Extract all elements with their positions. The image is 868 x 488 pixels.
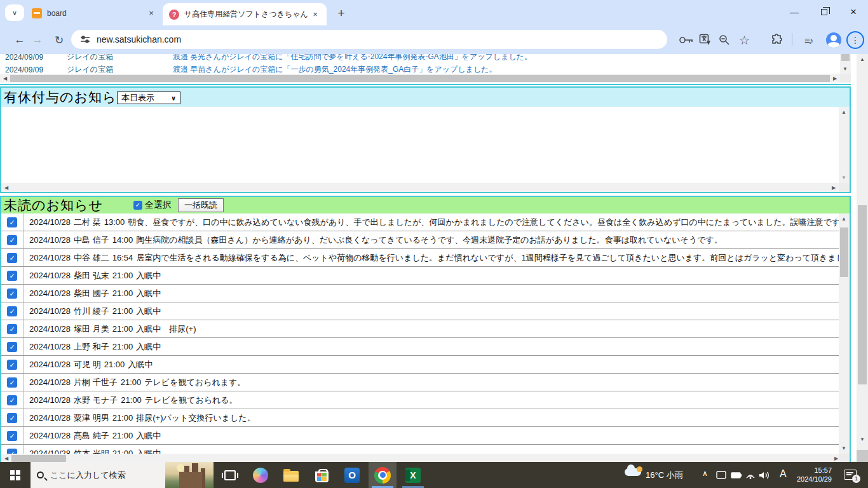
- scrollbar-thumb[interactable]: [841, 54, 850, 61]
- row-checkbox[interactable]: ✓: [7, 431, 17, 441]
- list-item[interactable]: ✓2024/10/28柴田 國子21:00入眠中: [1, 285, 841, 302]
- list-item[interactable]: ✓2024/10/28片桐 千世子21:00テレビを観ておられます。: [1, 374, 841, 391]
- outlook-button[interactable]: O: [338, 462, 366, 488]
- taskbar-search-box[interactable]: ここに入力して検索: [31, 462, 214, 488]
- excel-button[interactable]: X: [399, 462, 427, 488]
- checkbox-cell: ✓: [1, 391, 24, 409]
- notice-category: ジレイの宝箱: [67, 54, 173, 62]
- new-tab-button[interactable]: +: [333, 5, 349, 22]
- notice-text: 2024/10/28二村 栞13:00朝食、昼食ですが、口の中に飲み込めていない…: [24, 214, 841, 231]
- row-checkbox[interactable]: ✓: [7, 217, 17, 227]
- bookmark-star-icon[interactable]: ☆: [739, 32, 750, 47]
- row-checkbox[interactable]: ✓: [7, 253, 17, 263]
- row-checkbox[interactable]: ✓: [7, 360, 17, 370]
- profile-avatar[interactable]: [826, 32, 841, 48]
- weather-text[interactable]: 16°C 小雨: [646, 470, 683, 481]
- address-bar[interactable]: new.satsukichan.com: [71, 30, 667, 49]
- scroll-down-icon[interactable]: ▼: [839, 445, 849, 451]
- close-tab-icon[interactable]: ×: [146, 8, 156, 18]
- search-highlight-image[interactable]: [165, 462, 214, 488]
- tab-satsukichan[interactable]: ? サ高住専用経営ソフトさつきちゃん ×: [163, 3, 327, 25]
- inner-horizontal-scrollbar[interactable]: ◀ ▶: [1, 454, 841, 462]
- row-checkbox[interactable]: ✓: [7, 288, 17, 299]
- help-favicon-icon: ?: [169, 10, 179, 20]
- file-explorer-button[interactable]: [277, 462, 305, 488]
- row-checkbox[interactable]: ✓: [7, 271, 17, 281]
- list-item[interactable]: ✓2024/10/28塚田 月美21:00入眠中 排尿(+): [1, 320, 841, 338]
- site-settings-icon[interactable]: [80, 35, 90, 44]
- list-item[interactable]: ✓2024/10/28中島 信子14:00陶生病院の相談員（森田さん）から連絡が…: [1, 231, 841, 249]
- chrome-button[interactable]: [369, 462, 397, 488]
- scroll-down-icon[interactable]: ▼: [857, 437, 868, 442]
- list-item[interactable]: ✓2024/10/28髙島 純子21:00入眠中: [1, 427, 841, 445]
- restore-button[interactable]: [810, 0, 839, 24]
- ime-mode-indicator[interactable]: A: [780, 468, 787, 480]
- media-controls-icon[interactable]: ≡♪: [804, 34, 812, 45]
- list-item[interactable]: 2024/09/09 ジレイの宝箱 渡邉 英光さんがジレイの宝箱に「住宅訪問で夢…: [0, 54, 532, 63]
- inner-horizontal-scrollbar[interactable]: ◀ ▶: [0, 74, 840, 83]
- scroll-up-icon[interactable]: ▲: [857, 57, 868, 62]
- select-all-checkbox[interactable]: ✓: [133, 201, 142, 210]
- notice-text: 2024/10/28可児 明21:00入眠中: [24, 356, 156, 373]
- list-item[interactable]: ✓2024/10/28上野 和子21:00入眠中: [1, 338, 841, 356]
- scroll-down-icon[interactable]: ▼: [840, 66, 850, 72]
- scroll-up-icon[interactable]: ▲: [839, 109, 849, 115]
- inner-horizontal-scrollbar[interactable]: ◀ ▶: [1, 183, 839, 192]
- scroll-left-icon[interactable]: ◀: [1, 185, 11, 191]
- tab-board[interactable]: board ×: [27, 4, 161, 22]
- list-item[interactable]: ✓2024/10/28水野 モナ子21:00テレビを観ておられる。: [1, 391, 841, 409]
- reload-button[interactable]: ↻: [50, 33, 68, 46]
- scrollbar-thumb[interactable]: [11, 455, 66, 462]
- notice-link[interactable]: 渡邉 英光さんがジレイの宝箱に「住宅訪問で夢を叶える-2024年事例発表-GA池…: [173, 54, 532, 62]
- password-manager-icon[interactable]: [679, 36, 694, 44]
- tray-expand-chevron[interactable]: ∧: [702, 469, 708, 478]
- browser-menu-button[interactable]: ⋮: [846, 31, 864, 49]
- notice-text: 2024/10/28髙島 純子21:00入眠中: [24, 427, 164, 444]
- list-item[interactable]: ✓2024/10/28柴田 弘末21:00入眠中: [1, 267, 841, 285]
- scrollbar-thumb[interactable]: [10, 75, 830, 82]
- start-button[interactable]: [0, 462, 31, 488]
- scroll-right-icon[interactable]: ▶: [829, 185, 839, 191]
- scrollbar-thumb[interactable]: [858, 205, 867, 384]
- task-view-button[interactable]: [216, 462, 244, 488]
- row-checkbox[interactable]: ✓: [7, 235, 17, 245]
- translate-icon[interactable]: [699, 34, 712, 46]
- taskbar-clock[interactable]: 15:57 2024/10/29: [791, 466, 832, 484]
- row-checkbox[interactable]: ✓: [7, 395, 17, 405]
- close-tab-icon[interactable]: ×: [310, 10, 320, 20]
- scroll-up-icon[interactable]: ▲: [839, 216, 849, 222]
- weather-button[interactable]: [625, 462, 644, 488]
- row-checkbox[interactable]: ✓: [7, 377, 17, 388]
- row-checkbox[interactable]: ✓: [7, 342, 17, 352]
- notification-center-button[interactable]: 1: [844, 470, 857, 480]
- close-window-button[interactable]: ×: [839, 0, 868, 24]
- list-item[interactable]: ✓2024/10/28中谷 雄二16:54居室内で生活をされる動線確保をする為に…: [1, 249, 841, 267]
- list-item[interactable]: ✓2024/10/28竹川 綾子21:00入眠中: [1, 302, 841, 320]
- scroll-down-icon[interactable]: ▼: [839, 175, 849, 180]
- row-checkbox[interactable]: ✓: [7, 413, 17, 423]
- scrollbar-thumb[interactable]: [840, 227, 848, 277]
- list-item[interactable]: ✓2024/10/28粟津 明男21:00排尿(+)パット交換行いました。: [1, 409, 841, 427]
- inner-vertical-scrollbar[interactable]: ▲ ▼: [839, 214, 850, 454]
- inner-vertical-scrollbar[interactable]: ▼: [840, 54, 851, 75]
- tab-search-button[interactable]: ∨: [5, 4, 24, 21]
- copilot-button[interactable]: [247, 462, 275, 488]
- forward-button[interactable]: →: [29, 34, 46, 46]
- display-filter-select[interactable]: 本日表示 ∨: [117, 92, 180, 104]
- list-item[interactable]: ✓2024/10/28二村 栞13:00朝食、昼食ですが、口の中に飲み込めていな…: [1, 214, 841, 231]
- row-checkbox[interactable]: ✓: [7, 324, 17, 334]
- inner-vertical-scrollbar[interactable]: ▲ ▼: [839, 107, 850, 183]
- system-tray-icons[interactable]: [716, 470, 775, 480]
- scroll-left-icon[interactable]: ◀: [1, 456, 11, 461]
- scroll-left-icon[interactable]: ◀: [0, 76, 10, 81]
- zoom-out-icon[interactable]: [719, 34, 730, 46]
- list-item[interactable]: ✓2024/10/28可児 明21:00入眠中: [1, 356, 841, 374]
- mark-all-read-button[interactable]: 一括既読: [178, 198, 224, 212]
- page-scrollbar[interactable]: ▲ ▼: [857, 54, 868, 462]
- minimize-button[interactable]: —: [780, 0, 809, 24]
- microsoft-store-button[interactable]: [308, 462, 336, 488]
- back-button[interactable]: ←: [11, 34, 29, 46]
- extensions-icon[interactable]: [771, 34, 783, 46]
- row-checkbox[interactable]: ✓: [7, 306, 17, 316]
- scroll-right-icon[interactable]: ▶: [830, 76, 840, 81]
